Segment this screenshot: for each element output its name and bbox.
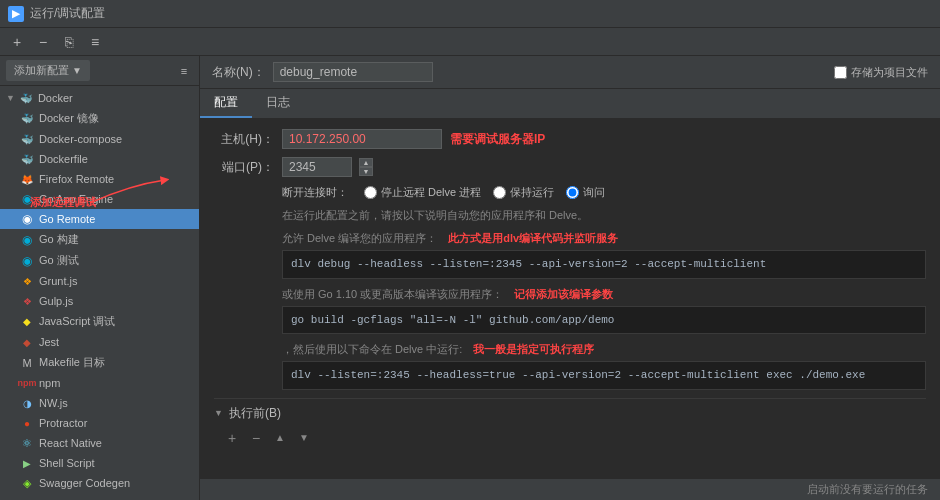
config-name-input[interactable] (273, 62, 433, 82)
sidebar-item-firefox-remote[interactable]: 🦊 Firefox Remote (0, 169, 199, 189)
sidebar-item-grunt[interactable]: ❖ Grunt.js (0, 271, 199, 291)
go-app-engine-icon: ◉ (20, 192, 34, 206)
title-bar-icon: ▶ (8, 6, 24, 22)
docker-icon: 🐳 (19, 91, 33, 105)
host-input[interactable] (282, 129, 442, 149)
sidebar-item-go-remote-label: Go Remote (39, 213, 95, 225)
makefile-icon: M (20, 356, 34, 370)
radio-ask-label: 询问 (583, 185, 605, 200)
save-checkbox-row: 存储为项目文件 (834, 65, 928, 80)
exec-add-btn[interactable]: + (222, 428, 242, 448)
shell-script-icon: ▶ (20, 456, 34, 470)
port-input[interactable] (282, 157, 352, 177)
copy-config-toolbar-btn[interactable]: ⎘ (58, 31, 80, 53)
sidebar-item-makefile[interactable]: M Makefile 目标 (0, 352, 199, 373)
radio-keep-input[interactable] (493, 186, 506, 199)
sidebar-item-swagger-label: Swagger Codegen (39, 477, 130, 489)
exec-hint: 我一般是指定可执行程序 (473, 343, 594, 355)
exec-down-btn[interactable]: ▼ (294, 428, 314, 448)
port-increment-btn[interactable]: ▲ (359, 158, 373, 167)
status-bar: 启动前没有要运行的任务 (200, 478, 940, 500)
go-test-icon: ◉ (20, 254, 34, 268)
sidebar-item-go-build-label: Go 构建 (39, 232, 79, 247)
sidebar-item-shell-script[interactable]: ▶ Shell Script (0, 453, 199, 473)
radio-ask[interactable]: 询问 (566, 185, 605, 200)
exec-toolbar: + − ▲ ▼ (214, 428, 926, 448)
tab-config[interactable]: 配置 (200, 89, 252, 118)
sidebar-item-nwjs-label: NW.js (39, 397, 68, 409)
chevron-down-exec-icon: ▼ (214, 408, 223, 418)
sidebar-header: 添加新配置 ▼ ≡ (0, 56, 199, 86)
save-to-project-label: 存储为项目文件 (851, 65, 928, 80)
host-label: 主机(H)： (214, 131, 274, 148)
radio-stop[interactable]: 停止远程 Delve 进程 (364, 185, 481, 200)
sidebar-item-docker-image[interactable]: 🐳 Docker 镜像 (0, 108, 199, 129)
title-bar-text: 运行/调试配置 (30, 5, 105, 22)
sidebar-item-jest-label: Jest (39, 336, 59, 348)
add-config-button[interactable]: 添加新配置 ▼ (6, 60, 90, 81)
radio-stop-label: 停止远程 Delve 进程 (381, 185, 481, 200)
sort-config-toolbar-btn[interactable]: ≡ (84, 31, 106, 53)
sidebar-item-npm-label: npm (39, 377, 60, 389)
group-docker[interactable]: ▼ 🐳 Docker (0, 88, 199, 108)
sidebar-item-jest[interactable]: ◆ Jest (0, 332, 199, 352)
main-layout: 添加新配置 ▼ ≡ ▼ 🐳 Docker 🐳 Docker 镜像 🐳 (0, 56, 940, 500)
sidebar-item-go-build[interactable]: ◉ Go 构建 (0, 229, 199, 250)
remove-config-toolbar-btn[interactable]: − (32, 31, 54, 53)
sidebar-item-nwjs[interactable]: ◑ NW.js (0, 393, 199, 413)
sidebar-item-go-test[interactable]: ◉ Go 测试 (0, 250, 199, 271)
sidebar-item-react-native-label: React Native (39, 437, 102, 449)
sidebar-item-go-remote[interactable]: ◉ Go Remote (0, 209, 199, 229)
sidebar-item-dockerfile[interactable]: 🐳 Dockerfile (0, 149, 199, 169)
radio-stop-input[interactable] (364, 186, 377, 199)
sidebar-item-npm[interactable]: npm npm (0, 373, 199, 393)
exec-up-btn[interactable]: ▲ (270, 428, 290, 448)
react-native-icon: ⚛ (20, 436, 34, 450)
npm-icon: npm (20, 376, 34, 390)
exec-before-section: ▼ 执行前(B) + − ▲ ▼ (214, 398, 926, 448)
group-docker-label: Docker (38, 92, 73, 104)
info-text: 在运行此配置之前，请按以下说明自动您的应用程序和 Delve。 (214, 208, 926, 223)
go-remote-icon: ◉ (20, 212, 34, 226)
sidebar-item-react-native[interactable]: ⚛ React Native (0, 433, 199, 453)
docker-compose-icon: 🐳 (20, 132, 34, 146)
sidebar-list: ▼ 🐳 Docker 🐳 Docker 镜像 🐳 Docker-compose … (0, 86, 199, 500)
add-config-toolbar-btn[interactable]: + (6, 31, 28, 53)
save-to-project-checkbox[interactable] (834, 66, 847, 79)
code-block-2: go build -gcflags "all=-N -l" github.com… (282, 306, 926, 335)
sidebar-item-docker-compose[interactable]: 🐳 Docker-compose (0, 129, 199, 149)
radio-ask-input[interactable] (566, 186, 579, 199)
tab-log[interactable]: 日志 (252, 89, 304, 118)
sidebar-filter-btn[interactable]: ≡ (175, 62, 193, 80)
gulp-icon: ❖ (20, 294, 34, 308)
allow-label: 允许 Delve 编译您的应用程序： 此方式是用dlv编译代码并监听服务 (214, 231, 926, 246)
add-config-icon: ▼ (72, 65, 82, 76)
sidebar-item-shell-script-label: Shell Script (39, 457, 95, 469)
title-bar: ▶ 运行/调试配置 (0, 0, 940, 28)
docker-image-icon: 🐳 (20, 112, 34, 126)
port-row: 端口(P)： ▲ ▼ (214, 157, 926, 177)
then-text: ，然后使用以下命令在 Delve 中运行: 我一般是指定可执行程序 (214, 342, 926, 357)
port-spinners: ▲ ▼ (359, 158, 373, 176)
dockerfile-icon: 🐳 (20, 152, 34, 166)
sidebar-item-dockerfile-label: Dockerfile (39, 153, 88, 165)
sidebar-item-gulp[interactable]: ❖ Gulp.js (0, 291, 199, 311)
allow-hint: 此方式是用dlv编译代码并监听服务 (448, 232, 618, 244)
radio-keep[interactable]: 保持运行 (493, 185, 554, 200)
content-panel: 名称(N)： 存储为项目文件 配置 日志 主机(H)： 需要调 (200, 56, 940, 500)
config-header: 名称(N)： 存储为项目文件 (200, 56, 940, 89)
disconnect-label: 断开连接时： (282, 185, 348, 200)
sidebar-item-js-debug[interactable]: ◆ JavaScript 调试 (0, 311, 199, 332)
tabs: 配置 日志 (200, 89, 940, 119)
sidebar-item-firefox-label: Firefox Remote (39, 173, 114, 185)
exec-remove-btn[interactable]: − (246, 428, 266, 448)
sidebar-item-protractor[interactable]: ● Protractor (0, 413, 199, 433)
sidebar-item-go-app-engine[interactable]: ◉ Go App Engine (0, 189, 199, 209)
code-block-3: dlv --listen=:2345 --headless=true --api… (282, 361, 926, 390)
sidebar-item-protractor-label: Protractor (39, 417, 87, 429)
port-label: 端口(P)： (214, 159, 274, 176)
sidebar-item-swagger[interactable]: ◈ Swagger Codegen (0, 473, 199, 493)
port-decrement-btn[interactable]: ▼ (359, 167, 373, 176)
sidebar-item-docker-compose-label: Docker-compose (39, 133, 122, 145)
js-debug-icon: ◆ (20, 315, 34, 329)
